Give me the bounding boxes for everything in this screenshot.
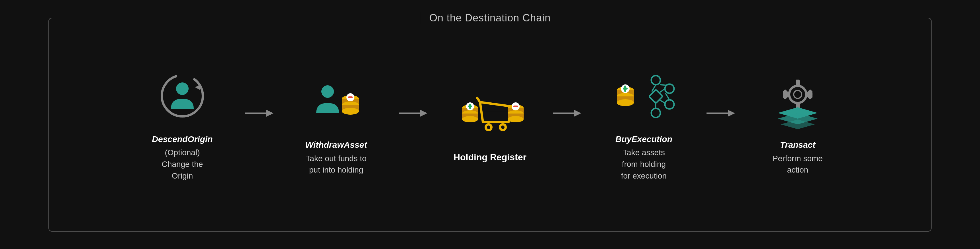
- descend-origin-icon: [158, 67, 207, 124]
- svg-point-10: [342, 108, 359, 115]
- buy-execution-sub: Take assetsfrom holdingfor execution: [615, 147, 672, 182]
- svg-point-0: [162, 75, 203, 117]
- svg-point-5: [321, 85, 334, 98]
- descend-origin-label: DescendOrigin (Optional)Change theOrigin: [152, 133, 213, 182]
- header-title: On the Destination Chain: [421, 12, 559, 24]
- transact-icon: [769, 73, 826, 130]
- svg-point-42: [617, 99, 634, 106]
- withdraw-asset-icon: [308, 73, 365, 130]
- holding-register-main: Holding Register: [453, 151, 527, 164]
- holding-register-icon: [456, 85, 524, 142]
- buy-execution-icon: [610, 67, 678, 124]
- svg-point-2: [176, 83, 189, 95]
- svg-rect-61: [796, 80, 800, 86]
- svg-marker-4: [266, 110, 274, 117]
- svg-marker-58: [728, 110, 735, 117]
- svg-rect-35: [513, 105, 518, 107]
- svg-marker-14: [420, 110, 427, 117]
- flow-row: DescendOrigin (Optional)Change theOrigin: [49, 67, 931, 182]
- step-holding-register: Holding Register: [430, 85, 550, 164]
- svg-rect-45: [624, 86, 626, 92]
- svg-rect-12: [348, 96, 353, 98]
- transact-label: Transact Perform someaction: [773, 139, 823, 176]
- svg-marker-37: [574, 110, 581, 117]
- step-transact: Transact Perform someaction: [738, 73, 858, 176]
- svg-line-53: [660, 89, 665, 93]
- transact-sub: Perform someaction: [773, 153, 823, 176]
- buy-execution-label: BuyExecution Take assetsfrom holdingfor …: [615, 133, 672, 182]
- descend-origin-main: DescendOrigin: [152, 133, 213, 145]
- transact-main: Transact: [773, 139, 823, 151]
- withdraw-asset-sub: Take out funds toput into holding: [305, 153, 367, 176]
- svg-point-24: [487, 126, 490, 129]
- buy-execution-main: BuyExecution: [615, 133, 672, 145]
- arrow-4: [706, 107, 735, 119]
- withdraw-asset-main: WithdrawAsset: [305, 139, 367, 151]
- svg-point-33: [508, 116, 523, 122]
- svg-point-49: [665, 100, 674, 109]
- svg-point-26: [501, 126, 504, 129]
- descend-origin-sub: (Optional)Change theOrigin: [152, 147, 213, 182]
- svg-point-47: [651, 76, 660, 85]
- step-withdraw-asset: WithdrawAsset Take out funds toput into …: [276, 73, 396, 176]
- arrow-2: [399, 107, 427, 119]
- step-descend-origin: DescendOrigin (Optional)Change theOrigin: [123, 67, 242, 182]
- svg-point-50: [651, 109, 660, 118]
- svg-point-60: [794, 90, 802, 98]
- step-buy-execution: BuyExecution Take assetsfrom holdingfor …: [584, 67, 704, 182]
- svg-line-55: [660, 100, 665, 103]
- holding-register-label: Holding Register: [453, 151, 527, 164]
- withdraw-asset-label: WithdrawAsset Take out funds toput into …: [305, 139, 367, 176]
- arrow-3: [553, 107, 581, 119]
- diagram-container: On the Destination Chain DescendOrigin (…: [48, 18, 932, 231]
- arrow-1: [245, 107, 274, 119]
- svg-line-52: [660, 85, 667, 85]
- svg-line-54: [665, 93, 670, 100]
- svg-marker-1: [195, 85, 200, 90]
- svg-point-19: [462, 116, 478, 122]
- svg-rect-22: [469, 104, 471, 109]
